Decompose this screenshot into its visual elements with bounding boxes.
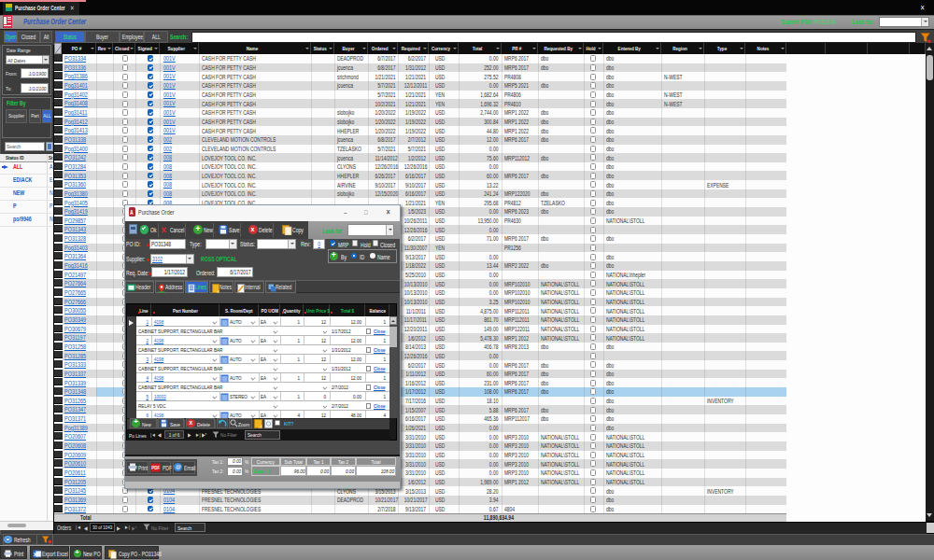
svg-text:PDF: PDF [151, 466, 160, 470]
svg-text:X: X [34, 552, 37, 557]
